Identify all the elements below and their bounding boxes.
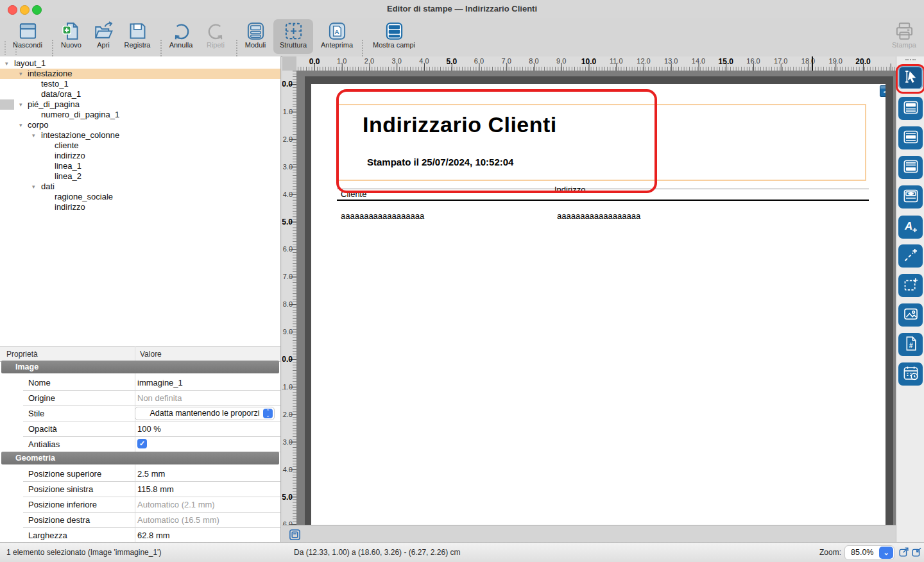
- column-header-indirizzo[interactable]: Indirizzo: [554, 185, 585, 194]
- new-document-icon: [55, 21, 87, 41]
- select-stepper-icon[interactable]: ⌃⌄: [263, 409, 273, 418]
- property-value[interactable]: immagine_1: [137, 378, 183, 387]
- tree-item-indirizzo[interactable]: indirizzo: [0, 151, 280, 161]
- property-value[interactable]: Automatico (2.1 mm): [137, 500, 215, 509]
- property-value[interactable]: Automatico (16.5 mm): [137, 515, 219, 525]
- property-row-posizione-destra: Posizione destraAutomatico (16.5 mm): [23, 512, 280, 528]
- tree-item-linea-1[interactable]: linea_1: [0, 161, 280, 171]
- tree-item-corpo[interactable]: ▾corpo: [0, 120, 280, 130]
- tree-item-testo-1[interactable]: testo_1: [0, 79, 280, 89]
- report-datetime-element[interactable]: Stampato il 25/07/2024, 10:52:04: [367, 157, 513, 167]
- tree-item-intestazione-colonne[interactable]: ▾intestazione_colonne: [0, 130, 280, 140]
- structure-icon: [273, 21, 313, 41]
- property-row-antialias: Antialias✓: [23, 436, 280, 452]
- toolbar-button-label: Struttura: [273, 41, 313, 49]
- ruler-label: 18.0: [801, 57, 815, 65]
- property-row-nome: Nomeimmagine_1: [23, 375, 280, 391]
- chevron-down-icon[interactable]: ▾: [32, 130, 35, 140]
- app-window: Editor di stampe — Indirizzario Clienti …: [0, 0, 924, 562]
- ruler-label: 5.0: [282, 217, 293, 226]
- add-datetime-tool[interactable]: [898, 362, 923, 386]
- add-text-tool[interactable]: A: [898, 216, 923, 239]
- band-body-tool[interactable]: [898, 126, 923, 149]
- palette-drag-handle[interactable]: [905, 59, 916, 60]
- property-select[interactable]: Adatta mantenendo le proporzi⌃⌄: [135, 407, 275, 420]
- toolbar-button-struttura[interactable]: Struttura: [273, 19, 313, 54]
- table-cell[interactable]: aaaaaaaaaaaaaaaaaa: [341, 211, 424, 221]
- toolbar-button-nuovo[interactable]: Nuovo: [55, 19, 87, 54]
- toolbar-button-annulla[interactable]: Annulla: [162, 19, 200, 54]
- toolbar-button-apri[interactable]: Apri: [89, 19, 118, 54]
- tree-item-label: corpo: [28, 120, 49, 130]
- tree-item-dati[interactable]: ▾dati: [0, 182, 280, 192]
- document-page[interactable]: Indirizzario Clienti Stampato il 25/07/2…: [311, 84, 886, 525]
- tree-item-indirizzo[interactable]: indirizzo: [0, 202, 280, 212]
- add-line-tool[interactable]: [898, 244, 923, 268]
- panel-icon: [9, 21, 46, 41]
- ruler-corner: [282, 56, 297, 71]
- toolbar-button-nascondi[interactable]: Nascondi: [9, 19, 46, 54]
- ruler-label: 13.0: [282, 438, 293, 446]
- band-footer-tool[interactable]: [898, 156, 923, 179]
- toolbar-button-label: Mostra campi: [366, 41, 422, 49]
- toolbar-button-anteprima[interactable]: AAnteprima: [316, 19, 358, 54]
- code-view-badge[interactable]: </>: [880, 85, 886, 97]
- svg-text:A: A: [334, 28, 339, 35]
- property-row-posizione-sinistra: Posizione sinistra115.8 mm: [23, 481, 280, 497]
- toolbar-button-registra[interactable]: Registra: [118, 19, 157, 54]
- chevron-down-icon[interactable]: ▾: [5, 58, 8, 69]
- property-label: Posizione destra: [28, 515, 90, 525]
- band-code-tool[interactable]: <>: [898, 185, 923, 209]
- report-title-element[interactable]: Indirizzario Clienti: [363, 112, 557, 137]
- property-value[interactable]: 62.8 mm: [137, 531, 170, 540]
- property-value[interactable]: 2.5 mm: [137, 469, 165, 479]
- band-header-tool[interactable]: [898, 97, 923, 120]
- tree-item-layout-1[interactable]: ▾layout_1: [0, 58, 280, 69]
- chevron-down-icon[interactable]: ▾: [32, 182, 35, 192]
- tree-item-label: ragione_sociale: [55, 192, 113, 202]
- add-rect-tool[interactable]: [898, 274, 923, 297]
- band-body-tool-icon: [902, 128, 920, 148]
- modules-icon: [239, 21, 272, 41]
- property-value[interactable]: 115.8 mm: [137, 484, 174, 494]
- add-line-tool-icon: [902, 246, 920, 266]
- chevron-down-icon[interactable]: ▾: [19, 69, 22, 79]
- properties-col-label: Proprietà: [6, 350, 38, 359]
- ruler-label: 6.0: [283, 245, 293, 253]
- property-checkbox[interactable]: ✓: [137, 439, 147, 448]
- tree-item-intestazione[interactable]: ▾intestazione: [0, 69, 280, 79]
- ruler-label: 8.0: [529, 57, 538, 65]
- tree-item-data-ora-1[interactable]: data/ora_1: [0, 89, 280, 99]
- property-row-opacit: Opacità100 %: [23, 421, 280, 437]
- property-value[interactable]: Non definita: [137, 393, 182, 403]
- zoom-actual-size-icon[interactable]: [911, 546, 923, 558]
- add-image-tool[interactable]: [898, 303, 923, 327]
- tree-item-pi-di-pagina[interactable]: ▾pié_di_pagina: [0, 99, 280, 110]
- canvas-area: 0.01.02.03.04.05.06.07.08.09.010.011.012…: [282, 56, 896, 542]
- chevron-down-icon[interactable]: ▾: [19, 120, 22, 130]
- table-cell[interactable]: aaaaaaaaaaaaaaaaaa: [557, 211, 640, 221]
- band-view-button[interactable]: [289, 529, 301, 541]
- toolbar-button-ripeti: Ripeti: [200, 19, 231, 54]
- toolbar-button-stampa: Stampa: [886, 19, 923, 54]
- chevron-down-icon[interactable]: ▾: [19, 99, 22, 110]
- tree-item-label: linea_1: [55, 161, 81, 171]
- property-value[interactable]: 100 %: [137, 424, 161, 434]
- select-tool[interactable]: [898, 66, 923, 89]
- zoom-combobox[interactable]: 85.0% ⌄: [844, 545, 894, 560]
- toolbar-button-moduli[interactable]: Moduli: [239, 19, 272, 54]
- ruler-label: 16.0: [282, 520, 293, 525]
- toolbar-button-mostra-campi[interactable]: Mostra campi: [366, 19, 422, 54]
- toolbar-button-label: Annulla: [162, 41, 200, 49]
- column-header-cliente[interactable]: Cliente: [341, 189, 366, 199]
- zoom-to-fit-icon[interactable]: [898, 546, 910, 558]
- tree-item-label: indirizzo: [55, 151, 85, 161]
- chevron-down-icon[interactable]: ⌄: [879, 547, 893, 559]
- tree-item-label: indirizzo: [55, 202, 85, 212]
- tree-item-linea-2[interactable]: linea_2: [0, 171, 280, 182]
- tree-item-ragione-sociale[interactable]: ragione_sociale: [0, 192, 280, 202]
- tree-item-cliente[interactable]: cliente: [0, 140, 280, 151]
- left-panel: ▾layout_1▾intestazionetesto_1data/ora_1▾…: [0, 56, 281, 542]
- add-page-number-tool[interactable]: #: [898, 333, 923, 356]
- tree-item-numero-di-pagina-1[interactable]: numero_di_pagina_1: [0, 110, 280, 120]
